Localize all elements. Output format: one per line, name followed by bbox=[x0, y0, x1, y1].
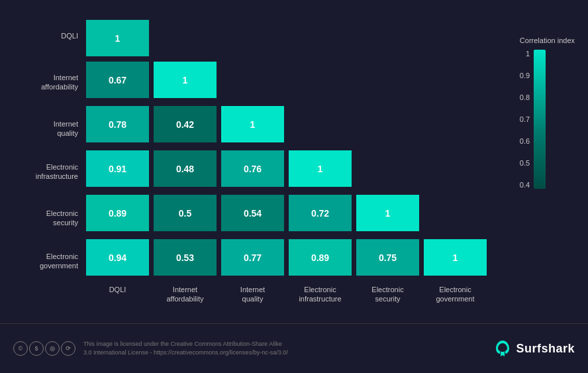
cell-3-2: 0.76 bbox=[221, 150, 284, 187]
row-label-5: Electronicgovernment bbox=[7, 252, 78, 271]
col-label-4: Electronicsecurity bbox=[356, 285, 419, 304]
legend-label-04: 0.4 bbox=[520, 181, 530, 189]
col-label-1: Internetaffordability bbox=[154, 285, 217, 304]
cell-5-2: 0.77 bbox=[221, 239, 284, 276]
col-label-0: DQLI bbox=[86, 285, 149, 294]
surfshark-brand-name: Surfshark bbox=[516, 342, 575, 356]
cell-4-1: 0.5 bbox=[154, 195, 217, 231]
cell-0-0: 1 bbox=[86, 20, 149, 56]
col-label-3: Electronicinfrastructure bbox=[289, 285, 352, 304]
cell-5-3: 0.89 bbox=[289, 239, 352, 276]
legend-label-07: 0.7 bbox=[520, 115, 530, 123]
legend-label-06: 0.6 bbox=[520, 137, 530, 145]
row-label-0: DQLI bbox=[7, 32, 78, 40]
legend-title: Correlation index bbox=[520, 36, 575, 44]
cell-3-1: 0.48 bbox=[154, 150, 217, 187]
cell-5-4: 0.75 bbox=[356, 239, 419, 276]
cell-5-5: 1 bbox=[424, 239, 487, 276]
cell-5-1: 0.53 bbox=[154, 239, 217, 276]
row-label-2: Internetquality bbox=[7, 119, 78, 138]
cell-4-4: 1 bbox=[356, 195, 419, 231]
surfshark-icon bbox=[493, 339, 512, 358]
legend-label-08: 0.8 bbox=[520, 93, 530, 101]
cell-2-2: 1 bbox=[221, 106, 284, 142]
legend: Correlation index 1 0.9 0.8 0.7 0.6 0.5 … bbox=[520, 36, 575, 189]
cc-license-icons: © $ ◎ ⟳ bbox=[13, 341, 75, 356]
cell-3-3: 1 bbox=[289, 150, 352, 187]
row-label-4: Electronicsecurity bbox=[7, 209, 78, 228]
cell-5-0: 0.94 bbox=[86, 239, 149, 276]
legend-bar bbox=[534, 50, 546, 189]
cell-2-1: 0.42 bbox=[154, 106, 217, 142]
row-label-1: Internetaffordability bbox=[7, 73, 78, 92]
cell-4-3: 0.72 bbox=[289, 195, 352, 231]
footer-license-text: This image is licensed under the Creativ… bbox=[83, 340, 485, 358]
cell-4-2: 0.54 bbox=[221, 195, 284, 231]
cell-3-0: 0.91 bbox=[86, 150, 149, 187]
legend-label-1: 1 bbox=[520, 50, 530, 58]
cell-2-0: 0.78 bbox=[86, 106, 149, 142]
col-label-2: Internetquality bbox=[221, 285, 284, 304]
cell-1-1: 1 bbox=[154, 62, 217, 98]
footer: © $ ◎ ⟳ This image is licensed under the… bbox=[0, 323, 588, 373]
cell-4-0: 0.89 bbox=[86, 195, 149, 231]
legend-label-09: 0.9 bbox=[520, 72, 530, 80]
row-label-3: Electronicinfrastructure bbox=[7, 162, 78, 182]
legend-label-05: 0.5 bbox=[520, 159, 530, 167]
col-label-5: Electronicgovernment bbox=[424, 285, 487, 304]
cell-1-0: 0.67 bbox=[86, 62, 149, 98]
surfshark-logo: Surfshark bbox=[493, 339, 575, 358]
